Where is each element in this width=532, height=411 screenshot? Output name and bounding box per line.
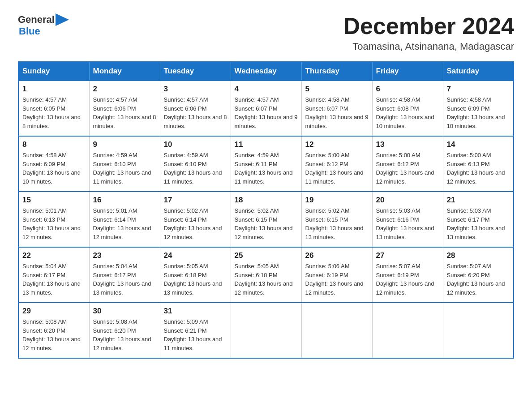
day-number: 15 [22, 196, 86, 205]
day-number: 30 [93, 307, 156, 316]
calendar-cell: 21Sunrise: 5:03 AMSunset: 6:17 PMDayligh… [443, 192, 514, 247]
calendar-cell: 13Sunrise: 5:00 AMSunset: 6:12 PMDayligh… [372, 136, 443, 192]
day-info: Sunrise: 4:57 AMSunset: 6:07 PMDaylight:… [235, 95, 298, 130]
week-row-5: 29Sunrise: 5:08 AMSunset: 6:20 PMDayligh… [18, 303, 514, 358]
calendar-cell: 24Sunrise: 5:05 AMSunset: 6:18 PMDayligh… [160, 247, 231, 303]
day-info: Sunrise: 4:58 AMSunset: 6:09 PMDaylight:… [447, 95, 510, 130]
day-info: Sunrise: 5:04 AMSunset: 6:17 PMDaylight:… [22, 262, 86, 297]
calendar-cell: 7Sunrise: 4:58 AMSunset: 6:09 PMDaylight… [443, 81, 514, 136]
day-number: 17 [164, 196, 227, 205]
calendar-cell: 6Sunrise: 4:58 AMSunset: 6:08 PMDaylight… [372, 81, 443, 136]
calendar-cell: 2Sunrise: 4:57 AMSunset: 6:06 PMDaylight… [89, 81, 160, 136]
day-info: Sunrise: 5:01 AMSunset: 6:14 PMDaylight:… [93, 206, 156, 241]
day-number: 14 [447, 140, 510, 149]
day-number: 4 [235, 85, 298, 94]
calendar-cell [231, 303, 301, 358]
day-number: 11 [235, 140, 298, 149]
calendar-body: 1Sunrise: 4:57 AMSunset: 6:05 PMDaylight… [18, 81, 514, 358]
day-info: Sunrise: 5:07 AMSunset: 6:19 PMDaylight:… [376, 262, 439, 297]
day-number: 5 [305, 85, 369, 94]
calendar-header-row: SundayMondayTuesdayWednesdayThursdayFrid… [18, 62, 514, 81]
day-number: 22 [22, 251, 86, 260]
day-info: Sunrise: 5:09 AMSunset: 6:21 PMDaylight:… [164, 317, 227, 352]
calendar-cell: 19Sunrise: 5:02 AMSunset: 6:15 PMDayligh… [301, 192, 372, 247]
day-info: Sunrise: 5:06 AMSunset: 6:19 PMDaylight:… [305, 262, 369, 297]
day-info: Sunrise: 4:57 AMSunset: 6:06 PMDaylight:… [93, 95, 156, 130]
day-number: 19 [305, 196, 369, 205]
week-row-3: 15Sunrise: 5:01 AMSunset: 6:13 PMDayligh… [18, 192, 514, 247]
day-number: 12 [305, 140, 369, 149]
week-row-2: 8Sunrise: 4:58 AMSunset: 6:09 PMDaylight… [18, 136, 514, 192]
calendar-cell: 10Sunrise: 4:59 AMSunset: 6:10 PMDayligh… [160, 136, 231, 192]
title-section: December 2024 Toamasina, Atsinanana, Mad… [343, 13, 514, 52]
calendar-cell: 23Sunrise: 5:04 AMSunset: 6:17 PMDayligh… [89, 247, 160, 303]
day-info: Sunrise: 5:08 AMSunset: 6:20 PMDaylight:… [93, 317, 156, 352]
calendar-cell: 27Sunrise: 5:07 AMSunset: 6:19 PMDayligh… [372, 247, 443, 303]
day-info: Sunrise: 4:57 AMSunset: 6:06 PMDaylight:… [164, 95, 227, 130]
calendar-cell: 9Sunrise: 4:59 AMSunset: 6:10 PMDaylight… [89, 136, 160, 192]
day-info: Sunrise: 5:02 AMSunset: 6:15 PMDaylight:… [235, 206, 298, 241]
header-sunday: Sunday [18, 62, 89, 81]
day-info: Sunrise: 4:58 AMSunset: 6:07 PMDaylight:… [305, 95, 369, 130]
calendar-cell: 16Sunrise: 5:01 AMSunset: 6:14 PMDayligh… [89, 192, 160, 247]
calendar-cell: 31Sunrise: 5:09 AMSunset: 6:21 PMDayligh… [160, 303, 231, 358]
day-info: Sunrise: 4:59 AMSunset: 6:10 PMDaylight:… [164, 151, 227, 186]
day-number: 3 [164, 85, 227, 94]
calendar-cell: 28Sunrise: 5:07 AMSunset: 6:20 PMDayligh… [443, 247, 514, 303]
header-friday: Friday [372, 62, 443, 81]
calendar-cell: 26Sunrise: 5:06 AMSunset: 6:19 PMDayligh… [301, 247, 372, 303]
day-info: Sunrise: 4:58 AMSunset: 6:08 PMDaylight:… [376, 95, 439, 130]
day-info: Sunrise: 4:58 AMSunset: 6:09 PMDaylight:… [22, 151, 86, 186]
calendar-cell: 3Sunrise: 4:57 AMSunset: 6:06 PMDaylight… [160, 81, 231, 136]
calendar-cell: 15Sunrise: 5:01 AMSunset: 6:13 PMDayligh… [18, 192, 89, 247]
calendar-cell: 14Sunrise: 5:00 AMSunset: 6:13 PMDayligh… [443, 136, 514, 192]
header-saturday: Saturday [443, 62, 514, 81]
day-info: Sunrise: 5:07 AMSunset: 6:20 PMDaylight:… [447, 262, 510, 297]
calendar-cell: 8Sunrise: 4:58 AMSunset: 6:09 PMDaylight… [18, 136, 89, 192]
calendar-cell: 29Sunrise: 5:08 AMSunset: 6:20 PMDayligh… [18, 303, 89, 358]
day-info: Sunrise: 5:03 AMSunset: 6:16 PMDaylight:… [376, 206, 439, 241]
day-number: 13 [376, 140, 439, 149]
day-info: Sunrise: 5:00 AMSunset: 6:12 PMDaylight:… [376, 151, 439, 186]
calendar-cell: 30Sunrise: 5:08 AMSunset: 6:20 PMDayligh… [89, 303, 160, 358]
day-number: 27 [376, 251, 439, 260]
calendar-cell: 17Sunrise: 5:02 AMSunset: 6:14 PMDayligh… [160, 192, 231, 247]
day-number: 25 [235, 251, 298, 260]
day-info: Sunrise: 5:05 AMSunset: 6:18 PMDaylight:… [164, 262, 227, 297]
day-info: Sunrise: 5:03 AMSunset: 6:17 PMDaylight:… [447, 206, 510, 241]
day-number: 31 [164, 307, 227, 316]
day-info: Sunrise: 4:59 AMSunset: 6:11 PMDaylight:… [235, 151, 298, 186]
day-number: 7 [447, 85, 510, 94]
day-number: 28 [447, 251, 510, 260]
logo-blue: Blue [18, 26, 69, 37]
day-number: 26 [305, 251, 369, 260]
logo-general: General [18, 14, 55, 25]
day-number: 6 [376, 85, 439, 94]
svg-marker-0 [56, 13, 69, 26]
day-info: Sunrise: 5:00 AMSunset: 6:12 PMDaylight:… [305, 151, 369, 186]
day-number: 29 [22, 307, 86, 316]
day-number: 2 [93, 85, 156, 94]
calendar-cell: 20Sunrise: 5:03 AMSunset: 6:16 PMDayligh… [372, 192, 443, 247]
day-info: Sunrise: 5:02 AMSunset: 6:14 PMDaylight:… [164, 206, 227, 241]
day-number: 21 [447, 196, 510, 205]
calendar-cell: 11Sunrise: 4:59 AMSunset: 6:11 PMDayligh… [231, 136, 301, 192]
logo-arrow-icon [56, 13, 69, 26]
calendar-table: SundayMondayTuesdayWednesdayThursdayFrid… [18, 61, 514, 359]
day-number: 1 [22, 85, 86, 94]
week-row-4: 22Sunrise: 5:04 AMSunset: 6:17 PMDayligh… [18, 247, 514, 303]
day-number: 23 [93, 251, 156, 260]
page-header: General Blue December 2024 Toamasina, At… [18, 13, 514, 52]
day-info: Sunrise: 5:00 AMSunset: 6:13 PMDaylight:… [447, 151, 510, 186]
day-number: 18 [235, 196, 298, 205]
calendar-cell [372, 303, 443, 358]
day-info: Sunrise: 5:01 AMSunset: 6:13 PMDaylight:… [22, 206, 86, 241]
day-number: 24 [164, 251, 227, 260]
header-wednesday: Wednesday [231, 62, 301, 81]
header-tuesday: Tuesday [160, 62, 231, 81]
day-info: Sunrise: 5:02 AMSunset: 6:15 PMDaylight:… [305, 206, 369, 241]
header-monday: Monday [89, 62, 160, 81]
day-number: 9 [93, 140, 156, 149]
day-info: Sunrise: 5:04 AMSunset: 6:17 PMDaylight:… [93, 262, 156, 297]
week-row-1: 1Sunrise: 4:57 AMSunset: 6:05 PMDaylight… [18, 81, 514, 136]
